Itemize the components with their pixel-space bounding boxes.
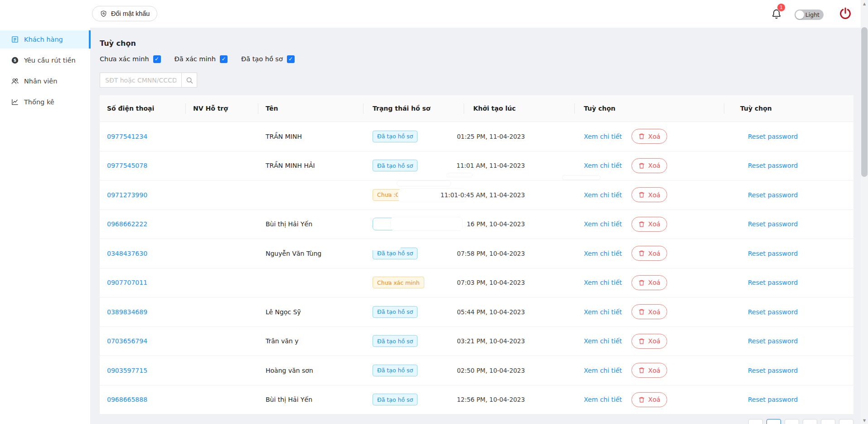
sidebar-item-yeu-cau-rut-tien[interactable]: $ Yêu cầu rút tiền [0,51,90,69]
checkbox-label: Chưa xác minh [100,55,149,63]
scrollbar[interactable]: ▲ ▼ [861,0,868,424]
table-row: 0389834689 Lê Ngọc Sỹ Đã tạo hồ sơ 05:44… [100,297,853,327]
phone-link[interactable]: 0968665888 [107,396,147,403]
reset-password-link[interactable]: Reset password [748,279,798,286]
phone-link[interactable]: 0348437630 [107,250,147,257]
delete-button[interactable]: Xoá [631,275,667,290]
reset-password-link[interactable]: Reset password [748,396,798,403]
delete-button[interactable]: Xoá [631,246,667,261]
sidebar-menu: Khách hàng$ Yêu cầu rút tiền Nhân viên T… [0,30,90,111]
reset-password-link[interactable]: Reset password [748,308,798,316]
created-at-cell: 16 PM, 10-04-2023 [464,210,575,239]
staff-cell [186,385,258,414]
sidebar-item-nhan-vien[interactable]: Nhân viên [0,72,90,90]
reset-password-link[interactable]: Reset password [748,337,798,345]
phone-link[interactable]: 0703656794 [107,337,147,345]
trash-icon [638,250,645,257]
notifications-button[interactable]: 1 [769,5,786,23]
toggle-label: Light [805,11,820,18]
staff-cell [186,297,258,327]
page-title: Tuỳ chọn [100,39,868,48]
phone-link[interactable]: 0971273990 [107,191,147,199]
scroll-down-icon[interactable]: ▼ [861,417,868,424]
logout-button[interactable] [838,5,853,22]
page-box[interactable] [748,419,763,424]
search-input[interactable] [100,73,182,88]
search-button[interactable] [182,73,197,88]
name-cell: Lê Ngọc Sỹ [258,297,364,327]
checkbox[interactable]: ✓ [153,55,161,63]
table-row: 0977545078 TRẦN MINH HẢI Đã tạo hồ sơ 11… [100,151,853,181]
change-password-button[interactable]: Đổi mật khẩu [92,6,157,21]
sidebar-item-label: Khách hàng [24,36,63,43]
view-details-link[interactable]: Xem chi tiết [584,133,622,140]
view-details-link[interactable]: Xem chi tiết [584,162,622,169]
view-details-link[interactable]: Xem chi tiết [584,191,622,199]
trash-icon [638,279,645,286]
render-artifact [370,244,401,250]
delete-label: Xoá [648,337,660,345]
name-cell: TRẦN MINH [258,122,364,151]
phone-link[interactable]: 0907707011 [107,279,147,286]
phone-link[interactable]: 0968662222 [107,220,147,228]
delete-button[interactable]: Xoá [631,187,667,202]
reset-password-link[interactable]: Reset password [748,250,798,257]
delete-label: Xoá [648,220,660,228]
status-badge: Đã tạo hồ sơ [373,365,417,376]
status-badge: Đã tạo hồ sơ [373,248,417,259]
sidebar-item-khach-hang[interactable]: Khách hàng [0,30,90,49]
phone-link[interactable]: 0903597715 [107,367,147,374]
checkbox[interactable]: ✓ [287,55,295,63]
table-body: 0977541234 TRẦN MINH Đã tạo hồ sơ 01:25 … [100,122,853,414]
page-box[interactable] [839,419,853,424]
phone-link[interactable]: 0389834689 [107,308,147,316]
line-chart-icon [11,98,19,106]
checkbox[interactable]: ✓ [220,55,228,63]
phone-link[interactable]: 0977541234 [107,133,147,140]
view-details-link[interactable]: Xem chi tiết [584,220,622,228]
checkbox-label: Đã xác minh [175,55,216,63]
status-badge: Đã tạo hồ sơ [373,160,417,171]
delete-button[interactable]: Xoá [631,392,667,407]
staff-cell [186,239,258,268]
delete-button[interactable]: Xoá [631,129,667,144]
theme-toggle[interactable]: Light [795,10,824,20]
reset-password-link[interactable]: Reset password [748,162,798,169]
view-details-link[interactable]: Xem chi tiết [584,396,622,403]
page-box[interactable] [803,419,817,424]
delete-button[interactable]: Xoá [631,158,667,173]
scroll-thumb[interactable] [861,27,868,177]
table-row: 0907707011 Chưa xác minh 07:03 PM, 10-04… [100,268,853,298]
checkbox-item[interactable]: Đã tạo hồ sơ ✓ [241,55,295,63]
page-box[interactable] [766,419,781,424]
page-box[interactable] [821,419,835,424]
reset-password-link[interactable]: Reset password [748,220,798,228]
phone-link[interactable]: 0977545078 [107,162,147,169]
sidebar-item-thong-ke[interactable]: Thống kê [0,93,90,111]
delete-button[interactable]: Xoá [631,217,667,232]
view-details-link[interactable]: Xem chi tiết [584,337,622,345]
column-header-2: NV Hỗ trợ [186,95,258,122]
delete-button[interactable]: Xoá [631,363,667,378]
page-box[interactable] [785,419,799,424]
delete-button[interactable]: Xoá [631,304,667,319]
status-cell: Đã tạo hồ sơ [364,356,464,385]
view-details-link[interactable]: Xem chi tiết [584,367,622,374]
scroll-up-icon[interactable]: ▲ [861,0,868,7]
trash-icon [638,308,645,315]
reset-password-link[interactable]: Reset password [748,191,798,199]
reset-password-link[interactable]: Reset password [748,133,798,140]
delete-label: Xoá [648,191,660,199]
column-header-7: Tuỳ chọn [724,95,853,122]
delete-button[interactable]: Xoá [631,334,667,349]
view-details-link[interactable]: Xem chi tiết [584,250,622,257]
checkbox-item[interactable]: Chưa xác minh ✓ [100,55,161,63]
trash-icon [638,162,645,169]
view-details-link[interactable]: Xem chi tiết [584,279,622,286]
checkbox-label: Đã tạo hồ sơ [241,55,283,63]
customers-table: Số điện thoạiNV Hỗ trợTênTrạng thái hồ s… [100,95,853,414]
view-details-link[interactable]: Xem chi tiết [584,308,622,316]
reset-password-link[interactable]: Reset password [748,367,798,374]
checkbox-item[interactable]: Đã xác minh ✓ [175,55,228,63]
svg-text:$: $ [14,58,16,63]
